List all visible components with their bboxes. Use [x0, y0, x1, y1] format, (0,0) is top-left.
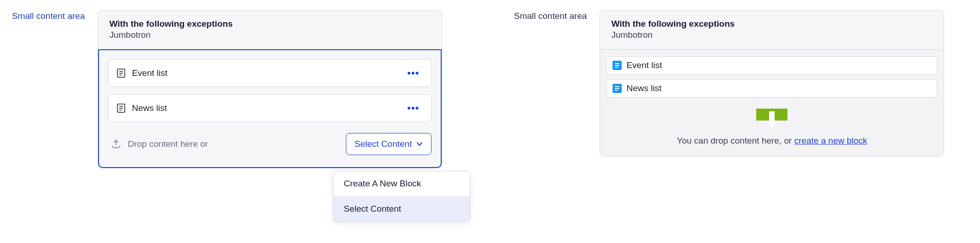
item-label: Event list — [626, 60, 662, 70]
create-block-link[interactable]: create a new block — [794, 136, 867, 145]
drop-target-text: You can drop content here, or create a n… — [607, 136, 937, 146]
item-label: News list — [132, 103, 167, 113]
card-header: With the following exceptions Jumbotron — [98, 11, 442, 49]
svg-rect-18 — [769, 111, 775, 121]
drop-arrow-icon — [756, 109, 788, 129]
drop-prefix: You can drop content here, or — [677, 136, 794, 145]
select-content-button-label: Select Content — [355, 139, 412, 149]
drop-target: You can drop content here, or create a n… — [607, 109, 937, 146]
card-title: With the following exceptions — [109, 19, 431, 29]
card-title: With the following exceptions — [611, 19, 933, 29]
svg-marker-17 — [766, 121, 777, 129]
drop-hint: Drop content here or — [128, 139, 208, 149]
list-item[interactable]: Event list ••• — [108, 59, 432, 87]
list-item[interactable]: Event list — [607, 56, 937, 75]
document-icon — [612, 61, 622, 70]
area-label: Small content area — [514, 10, 587, 21]
select-content-button[interactable]: Select Content — [346, 133, 432, 155]
content-drop-area[interactable]: Event list ••• News list ••• — [98, 49, 442, 168]
item-label: News list — [626, 83, 661, 93]
more-icon[interactable]: ••• — [403, 101, 423, 115]
content-editor-right: Small content area With the following ex… — [514, 10, 944, 156]
document-icon — [117, 104, 125, 113]
content-card: With the following exceptions Jumbotron … — [98, 10, 442, 168]
chevron-down-icon — [416, 142, 423, 146]
content-editor-left: Small content area With the following ex… — [12, 10, 442, 168]
card-header: With the following exceptions Jumbotron — [600, 11, 944, 49]
card-subtitle: Jumbotron — [109, 30, 431, 40]
menu-item-select-content[interactable]: Select Content — [333, 197, 470, 221]
content-drop-area[interactable]: Event list News list You can d — [600, 49, 944, 156]
upload-icon — [111, 139, 121, 149]
drop-row: Drop content here or Select Content — [108, 129, 432, 163]
area-label: Small content area — [12, 10, 85, 21]
select-content-menu: Create A New Block Select Content — [333, 171, 470, 222]
more-icon[interactable]: ••• — [403, 66, 423, 80]
menu-item-create-block[interactable]: Create A New Block — [333, 171, 470, 197]
list-item[interactable]: News list — [607, 79, 937, 98]
document-icon — [612, 84, 622, 93]
list-item[interactable]: News list ••• — [108, 94, 432, 122]
document-icon — [117, 69, 125, 78]
content-card: With the following exceptions Jumbotron … — [600, 10, 944, 156]
card-subtitle: Jumbotron — [611, 30, 933, 40]
item-label: Event list — [132, 68, 167, 78]
